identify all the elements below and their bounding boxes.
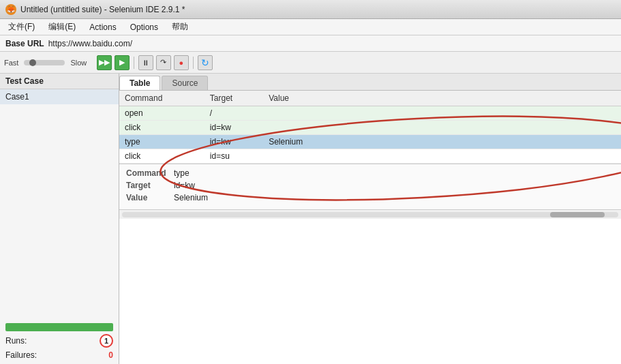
detail-value-label: Value xyxy=(126,193,174,202)
runs-label: Runs: xyxy=(5,336,100,346)
table-row[interactable]: click id=kw xyxy=(119,121,621,135)
menu-file[interactable]: 文件(F) xyxy=(3,20,40,34)
cmd-cell: open xyxy=(119,106,205,121)
separator2 xyxy=(193,57,194,69)
table-wrapper: Command Target Value open / click xyxy=(119,91,621,164)
progress-bar-fill xyxy=(5,323,113,331)
target-cell: / xyxy=(205,106,263,121)
scrollbar-track[interactable] xyxy=(122,212,618,217)
menu-options[interactable]: Options xyxy=(125,21,164,33)
play-suite-button[interactable]: ▶▶ xyxy=(97,55,112,70)
pause-button[interactable]: ⏸ xyxy=(138,55,153,70)
detail-value-value: Selenium xyxy=(174,193,614,202)
play-test-button[interactable]: ▶ xyxy=(115,55,130,70)
value-cell: Selenium xyxy=(263,135,621,149)
base-url-value: https://www.baidu.com/ xyxy=(48,39,132,48)
slow-label: Slow xyxy=(70,59,87,67)
detail-command-value: type xyxy=(174,168,614,178)
menu-help[interactable]: 帮助 xyxy=(166,20,194,34)
left-panel-bottom: Runs: 1 Failures: 0 xyxy=(0,319,119,364)
refresh-button[interactable]: ↻ xyxy=(198,55,213,70)
step-button[interactable]: ↷ xyxy=(156,55,171,70)
tab-table[interactable]: Table xyxy=(119,76,160,90)
runs-row: Runs: 1 xyxy=(5,334,113,348)
base-url-bar: Base URL https://www.baidu.com/ xyxy=(0,35,621,52)
value-cell xyxy=(263,106,621,121)
menu-actions[interactable]: Actions xyxy=(84,21,121,33)
menu-bar: 文件(F) 编辑(E) Actions Options 帮助 xyxy=(0,19,621,35)
col-target: Target xyxy=(205,91,263,106)
table-row-selected[interactable]: type id=kw Selenium xyxy=(119,135,621,149)
runs-value: 1 xyxy=(104,337,108,345)
scrollbar-area xyxy=(119,209,621,219)
detail-value-row: Value Selenium xyxy=(126,193,614,202)
target-cell: id=kw xyxy=(205,135,263,149)
table-row[interactable]: click id=su xyxy=(119,149,621,164)
value-cell xyxy=(263,149,621,164)
speed-slider-thumb xyxy=(29,59,36,66)
cmd-cell: type xyxy=(119,135,205,149)
separator1 xyxy=(134,57,134,69)
main-layout: Test Case Case1 Runs: 1 Failures: 0 Tabl… xyxy=(0,74,621,364)
target-cell: id=su xyxy=(205,149,263,164)
detail-target-value: id=kw xyxy=(174,181,614,190)
base-url-label: Base URL xyxy=(5,39,44,48)
right-panel: Table Source Command Target Value xyxy=(119,74,621,364)
detail-command-row: Command type xyxy=(126,168,614,178)
title-bar: 🦊 Untitled (untitled suite) - Selenium I… xyxy=(0,0,621,19)
detail-target-row: Target id=kw xyxy=(126,181,614,190)
col-value: Value xyxy=(263,91,621,106)
menu-edit[interactable]: 编辑(E) xyxy=(43,20,81,34)
failures-value: 0 xyxy=(97,350,113,360)
table-container[interactable]: Command Target Value open / click xyxy=(119,91,621,164)
failures-row: Failures: 0 xyxy=(5,350,113,360)
speed-slider[interactable] xyxy=(24,60,65,65)
detail-section: Command type Target id=kw Value Selenium xyxy=(119,164,621,209)
target-cell: id=kw xyxy=(205,121,263,135)
record-button[interactable]: ● xyxy=(174,55,189,70)
speed-toolbar: Fast Slow ▶▶ ▶ ⏸ ↷ ● ↻ xyxy=(0,52,621,74)
detail-target-label: Target xyxy=(126,181,174,190)
command-table: Command Target Value open / click xyxy=(119,91,621,164)
detail-command-label: Command xyxy=(126,168,174,178)
left-panel: Test Case Case1 Runs: 1 Failures: 0 xyxy=(0,74,119,364)
fast-label: Fast xyxy=(4,59,18,67)
tab-source[interactable]: Source xyxy=(162,76,208,90)
test-case-item[interactable]: Case1 xyxy=(0,89,119,104)
title-bar-text: Untitled (untitled suite) - Selenium IDE… xyxy=(20,5,185,14)
table-tabs-bar: Table Source xyxy=(119,74,621,91)
cmd-cell: click xyxy=(119,121,205,135)
cmd-cell: click xyxy=(119,149,205,164)
scrollbar-thumb xyxy=(550,212,605,217)
value-cell xyxy=(263,121,621,135)
test-case-header: Test Case xyxy=(0,74,119,89)
col-command: Command xyxy=(119,91,205,106)
app-icon: 🦊 xyxy=(5,4,16,15)
failures-label: Failures: xyxy=(5,350,97,360)
table-row[interactable]: open / xyxy=(119,106,621,121)
progress-bar xyxy=(5,323,113,331)
runs-badge: 1 xyxy=(100,334,113,348)
